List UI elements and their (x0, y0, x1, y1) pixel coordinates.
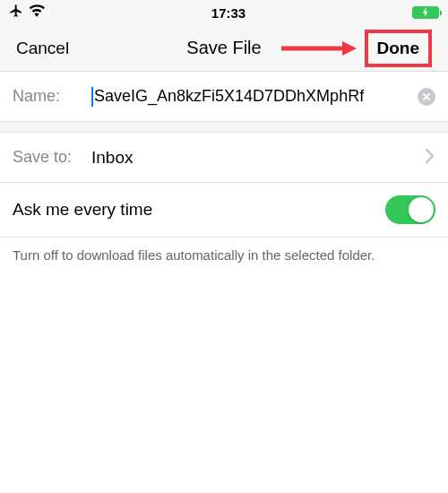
done-button[interactable]: Done (377, 39, 420, 58)
nav-bar: Cancel Save File Done (0, 25, 448, 72)
annotation-arrow (281, 39, 357, 57)
row-spacer (0, 122, 448, 133)
status-left (9, 4, 45, 22)
status-right (412, 6, 439, 19)
footer-description: Turn off to download files automatically… (0, 238, 448, 273)
annotation-highlight: Done (365, 30, 433, 67)
ask-toggle-row: Ask me every time (0, 183, 448, 238)
text-cursor (91, 87, 93, 107)
cancel-button[interactable]: Cancel (16, 39, 69, 58)
name-row[interactable]: Name: (0, 72, 448, 122)
wifi-icon (29, 4, 45, 21)
svg-marker-1 (342, 41, 357, 56)
battery-icon (412, 6, 439, 19)
status-time: 17:33 (211, 5, 246, 21)
filename-input[interactable] (94, 87, 418, 106)
clear-text-icon[interactable] (418, 88, 435, 106)
ask-toggle-label: Ask me every time (13, 200, 152, 220)
ask-toggle-switch[interactable] (385, 195, 435, 224)
name-label: Name: (13, 87, 91, 106)
page-title: Save File (186, 38, 261, 58)
save-to-label: Save to: (13, 148, 91, 167)
save-to-value: Inbox (91, 148, 425, 168)
chevron-right-icon (425, 148, 435, 168)
save-to-row[interactable]: Save to: Inbox (0, 133, 448, 183)
airplane-mode-icon (9, 4, 23, 22)
status-bar: 17:33 (0, 0, 448, 25)
